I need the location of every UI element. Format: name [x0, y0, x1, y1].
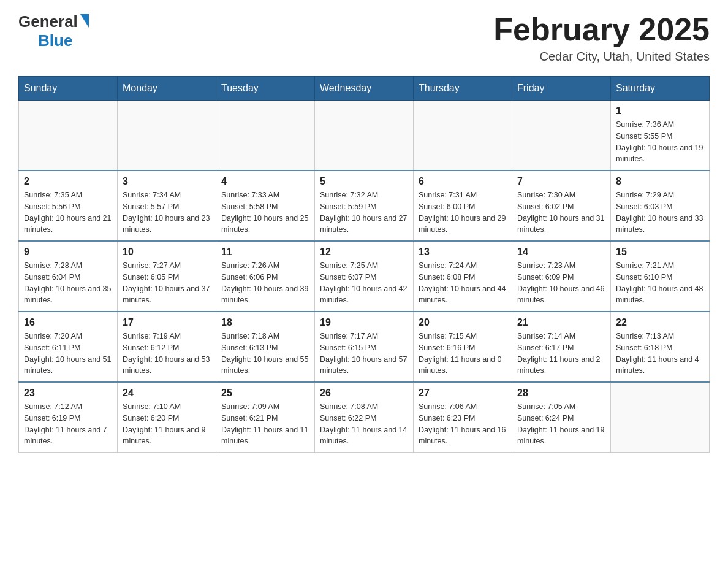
- day-info: Sunrise: 7:27 AMSunset: 6:05 PMDaylight:…: [123, 260, 211, 306]
- day-info: Sunrise: 7:25 AMSunset: 6:07 PMDaylight:…: [320, 260, 408, 306]
- day-info: Sunrise: 7:05 AMSunset: 6:24 PMDaylight:…: [517, 401, 605, 447]
- day-info: Sunrise: 7:36 AMSunset: 5:55 PMDaylight:…: [616, 119, 704, 165]
- day-number: 16: [24, 317, 112, 328]
- day-info: Sunrise: 7:13 AMSunset: 6:18 PMDaylight:…: [616, 331, 704, 377]
- calendar-cell: 2Sunrise: 7:35 AMSunset: 5:56 PMDaylight…: [19, 170, 118, 241]
- calendar-cell: 22Sunrise: 7:13 AMSunset: 6:18 PMDayligh…: [611, 312, 710, 382]
- day-info: Sunrise: 7:12 AMSunset: 6:19 PMDaylight:…: [24, 401, 112, 447]
- calendar-cell: 12Sunrise: 7:25 AMSunset: 6:07 PMDayligh…: [315, 241, 414, 312]
- day-of-week-header: Wednesday: [315, 77, 414, 101]
- day-number: 24: [123, 388, 211, 399]
- calendar-cell: 11Sunrise: 7:26 AMSunset: 6:06 PMDayligh…: [216, 241, 315, 312]
- calendar-cell: 24Sunrise: 7:10 AMSunset: 6:20 PMDayligh…: [118, 382, 216, 453]
- day-info: Sunrise: 7:31 AMSunset: 6:00 PMDaylight:…: [419, 190, 507, 236]
- day-of-week-header: Thursday: [414, 77, 512, 101]
- day-number: 14: [517, 247, 605, 258]
- day-number: 21: [517, 317, 605, 328]
- calendar-cell: 20Sunrise: 7:15 AMSunset: 6:16 PMDayligh…: [414, 312, 512, 382]
- day-of-week-header: Friday: [512, 77, 611, 101]
- day-number: 18: [221, 317, 309, 328]
- day-number: 25: [221, 388, 309, 399]
- day-of-week-header: Monday: [118, 77, 216, 101]
- day-info: Sunrise: 7:06 AMSunset: 6:23 PMDaylight:…: [419, 401, 507, 447]
- day-info: Sunrise: 7:17 AMSunset: 6:15 PMDaylight:…: [320, 331, 408, 377]
- day-info: Sunrise: 7:29 AMSunset: 6:03 PMDaylight:…: [616, 190, 704, 236]
- day-number: 7: [517, 176, 605, 187]
- day-number: 28: [517, 388, 605, 399]
- calendar-cell: 28Sunrise: 7:05 AMSunset: 6:24 PMDayligh…: [512, 382, 611, 453]
- calendar-week-row: 23Sunrise: 7:12 AMSunset: 6:19 PMDayligh…: [19, 382, 710, 453]
- calendar-cell: 19Sunrise: 7:17 AMSunset: 6:15 PMDayligh…: [315, 312, 414, 382]
- day-number: 19: [320, 317, 408, 328]
- logo: General Blue: [18, 12, 89, 50]
- day-info: Sunrise: 7:15 AMSunset: 6:16 PMDaylight:…: [419, 331, 507, 377]
- day-number: 27: [419, 388, 507, 399]
- day-number: 15: [616, 247, 704, 258]
- day-number: 3: [123, 176, 211, 187]
- calendar-cell: [19, 101, 118, 171]
- calendar-cell: [216, 101, 315, 171]
- calendar-cell: 21Sunrise: 7:14 AMSunset: 6:17 PMDayligh…: [512, 312, 611, 382]
- calendar-cell: 1Sunrise: 7:36 AMSunset: 5:55 PMDaylight…: [611, 101, 710, 171]
- calendar-header-row: SundayMondayTuesdayWednesdayThursdayFrid…: [19, 77, 710, 101]
- calendar-cell: 27Sunrise: 7:06 AMSunset: 6:23 PMDayligh…: [414, 382, 512, 453]
- logo-triangle-icon: [80, 14, 89, 28]
- calendar-cell: 7Sunrise: 7:30 AMSunset: 6:02 PMDaylight…: [512, 170, 611, 241]
- day-info: Sunrise: 7:24 AMSunset: 6:08 PMDaylight:…: [419, 260, 507, 306]
- day-of-week-header: Tuesday: [216, 77, 315, 101]
- day-number: 2: [24, 176, 112, 187]
- calendar-cell: 15Sunrise: 7:21 AMSunset: 6:10 PMDayligh…: [611, 241, 710, 312]
- day-info: Sunrise: 7:28 AMSunset: 6:04 PMDaylight:…: [24, 260, 112, 306]
- calendar-cell: 10Sunrise: 7:27 AMSunset: 6:05 PMDayligh…: [118, 241, 216, 312]
- day-info: Sunrise: 7:19 AMSunset: 6:12 PMDaylight:…: [123, 331, 211, 377]
- calendar-cell: 13Sunrise: 7:24 AMSunset: 6:08 PMDayligh…: [414, 241, 512, 312]
- day-number: 10: [123, 247, 211, 258]
- day-info: Sunrise: 7:30 AMSunset: 6:02 PMDaylight:…: [517, 190, 605, 236]
- month-title: February 2025: [493, 12, 710, 47]
- title-area: February 2025 Cedar City, Utah, United S…: [493, 12, 710, 64]
- day-number: 23: [24, 388, 112, 399]
- calendar-week-row: 9Sunrise: 7:28 AMSunset: 6:04 PMDaylight…: [19, 241, 710, 312]
- calendar-cell: 8Sunrise: 7:29 AMSunset: 6:03 PMDaylight…: [611, 170, 710, 241]
- day-number: 4: [221, 176, 309, 187]
- day-number: 1: [616, 105, 704, 117]
- day-number: 6: [419, 176, 507, 187]
- calendar-week-row: 16Sunrise: 7:20 AMSunset: 6:11 PMDayligh…: [19, 312, 710, 382]
- day-number: 20: [419, 317, 507, 328]
- day-number: 11: [221, 247, 309, 258]
- day-number: 17: [123, 317, 211, 328]
- day-info: Sunrise: 7:10 AMSunset: 6:20 PMDaylight:…: [123, 401, 211, 447]
- day-info: Sunrise: 7:20 AMSunset: 6:11 PMDaylight:…: [24, 331, 112, 377]
- calendar-cell: [118, 101, 216, 171]
- calendar-cell: [414, 101, 512, 171]
- day-info: Sunrise: 7:35 AMSunset: 5:56 PMDaylight:…: [24, 190, 112, 236]
- calendar-cell: 5Sunrise: 7:32 AMSunset: 5:59 PMDaylight…: [315, 170, 414, 241]
- logo-blue-text: Blue: [38, 31, 72, 50]
- logo-general-text: General: [18, 12, 78, 31]
- day-of-week-header: Saturday: [611, 77, 710, 101]
- calendar-cell: 3Sunrise: 7:34 AMSunset: 5:57 PMDaylight…: [118, 170, 216, 241]
- day-info: Sunrise: 7:32 AMSunset: 5:59 PMDaylight:…: [320, 190, 408, 236]
- day-info: Sunrise: 7:21 AMSunset: 6:10 PMDaylight:…: [616, 260, 704, 306]
- calendar-cell: [315, 101, 414, 171]
- calendar-cell: [512, 101, 611, 171]
- calendar-week-row: 1Sunrise: 7:36 AMSunset: 5:55 PMDaylight…: [19, 101, 710, 171]
- calendar-cell: [611, 382, 710, 453]
- calendar-cell: 6Sunrise: 7:31 AMSunset: 6:00 PMDaylight…: [414, 170, 512, 241]
- day-info: Sunrise: 7:09 AMSunset: 6:21 PMDaylight:…: [221, 401, 309, 447]
- calendar-cell: 25Sunrise: 7:09 AMSunset: 6:21 PMDayligh…: [216, 382, 315, 453]
- day-of-week-header: Sunday: [19, 77, 118, 101]
- day-info: Sunrise: 7:33 AMSunset: 5:58 PMDaylight:…: [221, 190, 309, 236]
- day-info: Sunrise: 7:23 AMSunset: 6:09 PMDaylight:…: [517, 260, 605, 306]
- calendar-cell: 17Sunrise: 7:19 AMSunset: 6:12 PMDayligh…: [118, 312, 216, 382]
- page-header: General Blue February 2025 Cedar City, U…: [18, 12, 710, 64]
- calendar-cell: 18Sunrise: 7:18 AMSunset: 6:13 PMDayligh…: [216, 312, 315, 382]
- day-number: 26: [320, 388, 408, 399]
- calendar-cell: 23Sunrise: 7:12 AMSunset: 6:19 PMDayligh…: [19, 382, 118, 453]
- calendar-cell: 26Sunrise: 7:08 AMSunset: 6:22 PMDayligh…: [315, 382, 414, 453]
- calendar-cell: 4Sunrise: 7:33 AMSunset: 5:58 PMDaylight…: [216, 170, 315, 241]
- day-number: 5: [320, 176, 408, 187]
- calendar-table: SundayMondayTuesdayWednesdayThursdayFrid…: [18, 76, 710, 453]
- day-info: Sunrise: 7:18 AMSunset: 6:13 PMDaylight:…: [221, 331, 309, 377]
- day-number: 13: [419, 247, 507, 258]
